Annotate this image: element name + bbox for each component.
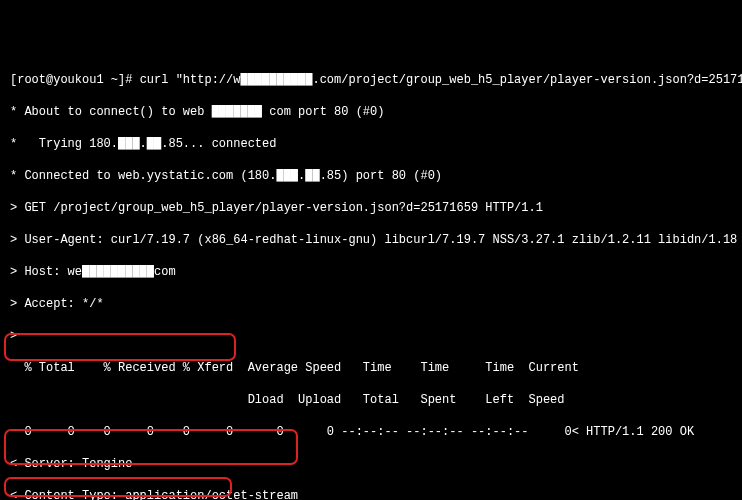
output-line: > xyxy=(10,328,732,344)
prompt-line[interactable]: [root@youkou1 ~]# curl "http://w████████… xyxy=(10,72,732,88)
output-line: * Connected to web.yystatic.com (180.███… xyxy=(10,168,732,184)
curl-command: curl "http://w██████████.com/project/gro… xyxy=(140,73,742,87)
output-line: < Content-Type: application/octet-stream xyxy=(10,488,732,500)
output-line: * Trying 180.███.██.85... connected xyxy=(10,136,732,152)
output-line: > Host: we██████████com xyxy=(10,264,732,280)
output-line: * About to connect() to web ███████ com … xyxy=(10,104,732,120)
output-line: > User-Agent: curl/7.19.7 (x86_64-redhat… xyxy=(10,232,732,248)
output-line: % Total % Received % Xferd Average Speed… xyxy=(10,360,732,376)
output-line: < Server: Tengine xyxy=(10,456,732,472)
output-line: > GET /project/group_web_h5_player/playe… xyxy=(10,200,732,216)
output-line: Dload Upload Total Spent Left Speed xyxy=(10,392,732,408)
shell-prompt: [root@youkou1 ~]# xyxy=(10,73,140,87)
output-line: > Accept: */* xyxy=(10,296,732,312)
output-line: 0 0 0 0 0 0 0 0 --:--:-- --:--:-- --:--:… xyxy=(10,424,732,440)
